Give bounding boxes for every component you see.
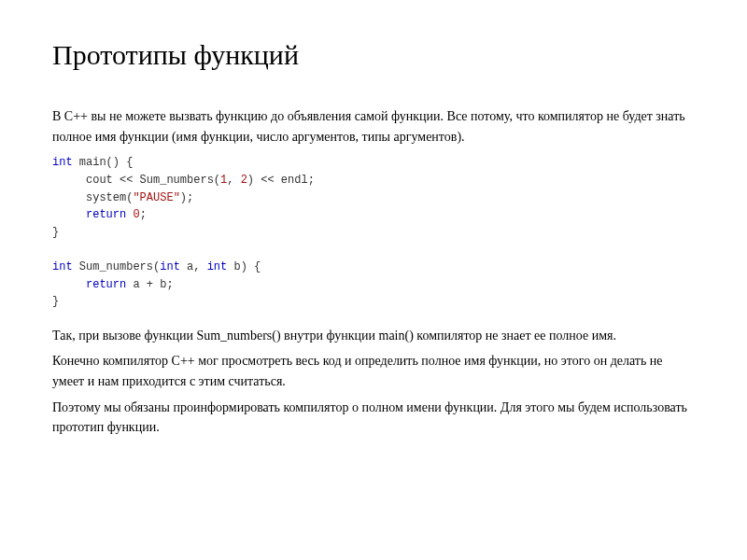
code-example: int main() { cout << Sum_numbers(1, 2) <…: [52, 154, 695, 310]
intro-paragraph: В C++ вы не можете вызвать функцию до об…: [52, 106, 695, 147]
explanation-paragraph-2: Конечно компилятор C++ мог просмотреть в…: [52, 351, 695, 391]
string-literal: "PAUSE": [133, 191, 179, 204]
keyword-int: int: [52, 260, 73, 273]
code-text: b) {: [227, 260, 261, 273]
code-text: ;: [140, 208, 147, 221]
explanation-paragraph-1: Так, при вызове функции Sum_numbers() вн…: [52, 326, 695, 346]
code-text: );: [180, 191, 193, 204]
number-literal: 2: [241, 174, 247, 187]
code-line: return a + b;: [52, 276, 695, 294]
code-text: ,: [227, 174, 240, 187]
code-text: cout << Sum_numbers(: [52, 174, 220, 187]
code-text: [52, 243, 59, 256]
code-text: a,: [180, 260, 207, 273]
code-line: cout << Sum_numbers(1, 2) << endl;: [52, 172, 695, 189]
code-text: ) << endl;: [247, 174, 315, 187]
code-line: int main() {: [52, 154, 695, 172]
code-line: return 0;: [52, 206, 695, 224]
code-text: Sum_numbers(: [73, 260, 161, 273]
number-literal: 0: [126, 208, 139, 221]
explanation-paragraph-3: Поэтому мы обязаны проинформировать комп…: [52, 398, 695, 438]
keyword-int: int: [160, 260, 180, 273]
code-text: system(: [52, 191, 133, 204]
keyword-int: int: [52, 156, 73, 169]
keyword-int: int: [207, 260, 228, 273]
code-line: }: [52, 224, 695, 242]
code-text: }: [52, 295, 59, 308]
code-text: main() {: [73, 156, 134, 169]
keyword-return: return: [52, 278, 126, 291]
keyword-return: return: [52, 208, 126, 221]
code-text: }: [52, 226, 59, 239]
code-line: system("PAUSE");: [52, 189, 695, 207]
code-line: }: [52, 293, 695, 311]
slide-heading: Прототипы функций: [52, 39, 695, 71]
code-line: int Sum_numbers(int a, int b) {: [52, 259, 695, 276]
code-text: a + b;: [126, 278, 173, 291]
code-line: [52, 241, 695, 259]
